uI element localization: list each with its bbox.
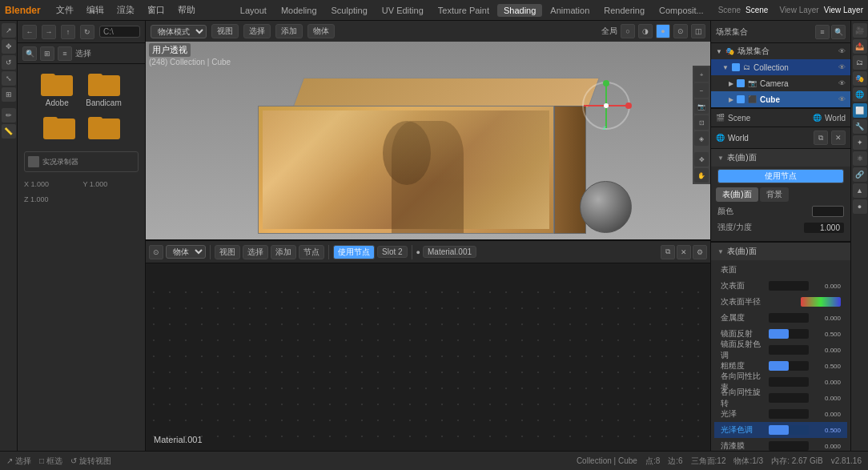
tab-modeling[interactable]: Modeling — [275, 4, 323, 17]
output-props-icon[interactable]: 📤 — [853, 39, 867, 54]
cube-checkbox[interactable] — [737, 95, 745, 103]
ne-delete-btn[interactable]: ✕ — [677, 245, 691, 259]
forward-btn[interactable]: → — [42, 25, 56, 39]
view-toggle[interactable]: ⊞ — [40, 46, 54, 61]
clearcoat-prop-slider[interactable] — [769, 441, 809, 451]
viewport-overlay-btn[interactable]: ⊙ — [673, 24, 688, 38]
menu-file[interactable]: 文件 — [50, 2, 79, 18]
world-props-icon[interactable]: 🌐 — [853, 87, 867, 102]
sheen-tint-slider[interactable] — [769, 425, 809, 435]
folder-adobe[interactable]: Adobe — [41, 70, 73, 107]
aniso-prop-slider[interactable] — [769, 377, 809, 387]
viewport-shading-solid[interactable]: ○ — [621, 24, 635, 38]
roughness-prop-slider[interactable] — [769, 361, 809, 371]
viewport-shading-rendered[interactable]: ● — [656, 24, 670, 38]
viewport-object-btn[interactable]: 物体 — [307, 24, 335, 38]
metallic-prop-slider[interactable] — [769, 313, 809, 323]
color-swatch[interactable] — [812, 206, 844, 217]
folder-bandicam[interactable]: Bandicam — [86, 70, 121, 107]
nav-icon[interactable]: ↗ — [2, 23, 16, 38]
scene-col-eye[interactable]: 👁 — [838, 47, 846, 55]
ne-select-btn[interactable]: 选择 — [243, 245, 268, 259]
world-copy-btn[interactable]: ⧉ — [814, 131, 828, 145]
surface-tab[interactable]: 表(曲)面 — [716, 187, 758, 202]
tab-rendering[interactable]: Rendering — [597, 4, 651, 17]
rotate-icon-btn[interactable]: ↺ — [2, 55, 16, 70]
constraint-props-icon[interactable]: 🔗 — [853, 167, 867, 182]
menu-render[interactable]: 渲染 — [111, 2, 140, 18]
zoom-out-icon[interactable]: − — [694, 83, 709, 98]
tree-item-cube[interactable]: ▶ ⬛ Cube 👁 — [711, 91, 850, 107]
use-nodes-toggle-btn[interactable]: 使用节点 — [717, 169, 844, 183]
hand-icon[interactable]: ✋ — [694, 168, 709, 183]
tree-item-scene-col[interactable]: ▼ 🎭 场景集合 👁 — [711, 43, 850, 59]
menu-help[interactable]: 帮助 — [172, 2, 201, 18]
pan-icon[interactable]: ✥ — [694, 152, 709, 167]
camera-view-icon[interactable]: 📷 — [694, 99, 709, 114]
ne-material-dropdown[interactable]: Material.001 — [423, 246, 476, 258]
outliner-search-icon[interactable]: 🔍 — [831, 25, 846, 39]
node-canvas[interactable]: 纹理坐标 生成 法线 UV 物体 摄影机 窗口 — [146, 284, 710, 451]
render-props-icon[interactable]: 🎥 — [853, 23, 867, 38]
scene-props-icon[interactable]: 🎭 — [853, 71, 867, 86]
ne-use-nodes-btn[interactable]: 使用节点 — [333, 245, 375, 259]
folder-4[interactable] — [88, 114, 120, 142]
cube-eye[interactable]: 👁 — [838, 95, 846, 103]
menu-edit[interactable]: 编辑 — [81, 2, 110, 18]
back-btn[interactable]: ← — [22, 25, 37, 39]
viewport-select-btn[interactable]: 选择 — [243, 24, 271, 38]
physics-props-icon[interactable]: ⚛ — [853, 151, 867, 166]
aniso-rot-slider[interactable] — [769, 393, 809, 403]
cam-eye[interactable]: 👁 — [838, 79, 846, 87]
frame-all-icon[interactable]: ⊡ — [694, 115, 709, 130]
measure-icon-btn[interactable]: 📏 — [2, 124, 16, 139]
tab-texture-paint[interactable]: Texture Paint — [432, 4, 496, 17]
sub-radius-swatch[interactable] — [801, 297, 841, 307]
sheen-slider[interactable] — [769, 409, 809, 419]
ne-settings-btn[interactable]: ⚙ — [693, 245, 707, 259]
zoom-in-icon[interactable]: + — [694, 67, 709, 82]
menu-window[interactable]: 窗口 — [142, 2, 171, 18]
viewport-view-btn[interactable]: 视图 — [211, 24, 239, 38]
subsurface-prop-slider[interactable] — [769, 281, 809, 291]
ne-view-btn[interactable]: 视图 — [215, 245, 240, 259]
ne-header-icon[interactable]: ⊙ — [149, 245, 163, 259]
annotate-icon-btn[interactable]: ✏ — [2, 108, 16, 123]
search-icon[interactable]: 🔍 — [22, 46, 37, 61]
ne-slot-dropdown[interactable]: Slot 2 — [377, 246, 408, 258]
viewport-add-btn[interactable]: 添加 — [275, 24, 303, 38]
outliner-filter-icon[interactable]: ≡ — [815, 25, 830, 39]
specular-prop-slider[interactable] — [769, 329, 809, 339]
tree-item-collection[interactable]: ▼ 🗂 Collection 👁 — [711, 59, 850, 75]
transform-icon-btn[interactable]: ⊞ — [2, 87, 16, 102]
up-btn[interactable]: ↑ — [61, 25, 75, 39]
ne-node-btn[interactable]: 节点 — [299, 245, 324, 259]
tab-uv-editing[interactable]: UV Editing — [376, 4, 430, 17]
particle-props-icon[interactable]: ✦ — [853, 135, 867, 150]
tab-shading[interactable]: Shading — [497, 4, 542, 17]
viewport-shading-mat[interactable]: ◑ — [638, 24, 653, 38]
object-props-icon[interactable]: ⬜ — [853, 103, 867, 118]
background-tab[interactable]: 背景 — [760, 187, 789, 202]
material-props-icon[interactable]: ● — [853, 199, 867, 214]
cam-checkbox[interactable] — [737, 79, 745, 87]
col-checkbox[interactable] — [732, 63, 740, 71]
tab-animation[interactable]: Animation — [544, 4, 596, 17]
path-input[interactable]: C:\ — [99, 26, 140, 38]
modifier-props-icon[interactable]: 🔧 — [853, 119, 867, 134]
scale-icon-btn[interactable]: ⤡ — [2, 71, 16, 86]
viewport-xray-btn[interactable]: ◫ — [691, 24, 705, 38]
tab-layout[interactable]: Layout — [234, 4, 273, 17]
tab-compositing[interactable]: Composit... — [653, 4, 710, 17]
tree-item-camera[interactable]: ▶ 📷 Camera 👁 — [711, 75, 850, 91]
ne-add-btn[interactable]: 添加 — [271, 245, 296, 259]
spec-tint-slider[interactable] — [769, 345, 809, 355]
filter-icon[interactable]: ≡ — [58, 46, 72, 61]
mat-surface-section[interactable]: ▼ 表(曲)面 — [711, 243, 850, 260]
move-icon-btn[interactable]: ✥ — [2, 39, 16, 54]
col-eye[interactable]: 👁 — [838, 63, 846, 71]
ne-copy-btn[interactable]: ⧉ — [661, 245, 675, 259]
refresh-btn[interactable]: ↻ — [80, 25, 94, 39]
world-delete-btn[interactable]: ✕ — [831, 131, 846, 145]
folder-3[interactable] — [43, 114, 75, 142]
